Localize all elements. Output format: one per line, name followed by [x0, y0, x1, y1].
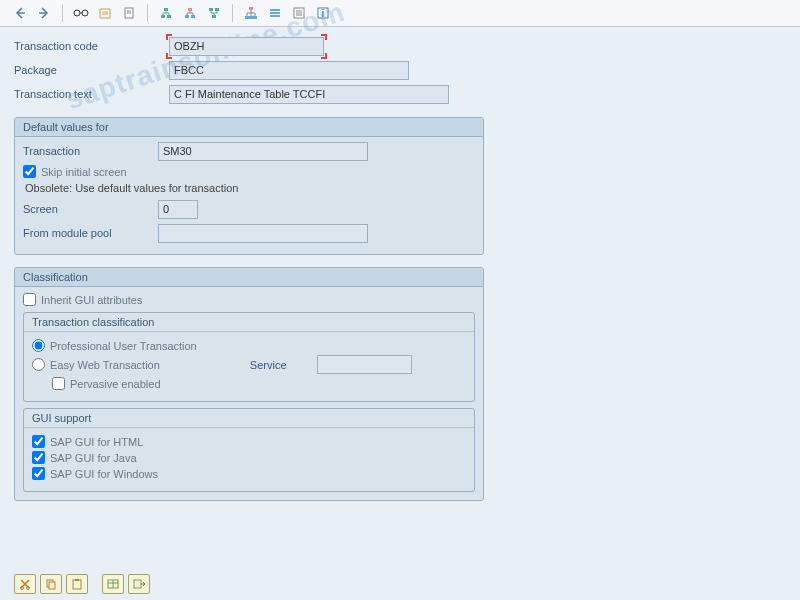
cut-icon[interactable] [14, 574, 36, 594]
gui-java-label: SAP GUI for Java [50, 452, 137, 464]
glasses-icon[interactable] [71, 3, 91, 23]
svg-rect-8 [185, 15, 189, 18]
highlight-corner [321, 34, 327, 40]
service-input[interactable] [317, 355, 412, 374]
transaction-code-input[interactable] [169, 37, 324, 56]
svg-rect-5 [161, 15, 165, 18]
svg-rect-12 [215, 8, 219, 11]
default-values-title: Default values for [15, 118, 483, 137]
screen-label: Screen [23, 203, 158, 215]
back-icon[interactable] [10, 3, 30, 23]
svg-rect-11 [209, 8, 213, 11]
edit-icon[interactable] [95, 3, 115, 23]
transaction-classification-groupbox: Transaction classification Professional … [23, 312, 475, 402]
separator [232, 4, 233, 22]
svg-rect-16 [253, 16, 257, 19]
info-icon[interactable]: i [313, 3, 333, 23]
transaction-code-label: Transaction code [14, 40, 169, 52]
document-icon[interactable] [119, 3, 139, 23]
transaction-text-label: Transaction text [14, 88, 169, 100]
default-values-groupbox: Default values for Transaction Skip init… [14, 117, 484, 255]
tree-icon[interactable] [241, 3, 261, 23]
classification-title: Classification [15, 268, 483, 287]
module-pool-input[interactable] [158, 224, 368, 243]
svg-rect-19 [270, 15, 280, 17]
paste-icon[interactable] [66, 574, 88, 594]
gui-html-checkbox[interactable] [32, 435, 45, 448]
execute-icon[interactable] [128, 574, 150, 594]
svg-rect-26 [49, 582, 55, 589]
obsolete-text: Obsolete: Use default values for transac… [25, 182, 475, 194]
inherit-gui-label: Inherit GUI attributes [41, 294, 143, 306]
easy-web-radio[interactable] [32, 358, 45, 371]
forward-icon[interactable] [34, 3, 54, 23]
default-transaction-input[interactable] [158, 142, 368, 161]
svg-rect-28 [75, 579, 79, 581]
svg-rect-4 [164, 8, 168, 11]
package-input[interactable] [169, 61, 409, 80]
content-area: Transaction code Package Transaction tex… [0, 27, 800, 509]
skip-initial-checkbox[interactable] [23, 165, 36, 178]
spacer [92, 574, 98, 594]
copy-icon[interactable] [40, 574, 62, 594]
separator [62, 4, 63, 22]
gui-windows-label: SAP GUI for Windows [50, 468, 158, 480]
svg-rect-27 [73, 580, 81, 589]
gui-windows-checkbox[interactable] [32, 467, 45, 480]
module-pool-label: From module pool [23, 227, 158, 239]
professional-radio[interactable] [32, 339, 45, 352]
gui-support-groupbox: GUI support SAP GUI for HTML SAP GUI for… [23, 408, 475, 492]
svg-rect-6 [167, 15, 171, 18]
svg-rect-15 [249, 16, 253, 19]
hierarchy-down-icon[interactable] [204, 3, 224, 23]
svg-rect-14 [245, 16, 249, 19]
gui-java-checkbox[interactable] [32, 451, 45, 464]
stack-icon[interactable] [265, 3, 285, 23]
svg-rect-10 [212, 15, 216, 18]
svg-rect-17 [270, 9, 280, 11]
transaction-classification-title: Transaction classification [24, 313, 474, 332]
package-label: Package [14, 64, 169, 76]
svg-rect-9 [191, 15, 195, 18]
list-icon[interactable] [289, 3, 309, 23]
hierarchy-up-icon[interactable] [156, 3, 176, 23]
service-label: Service [250, 359, 287, 371]
svg-point-1 [82, 10, 88, 16]
main-toolbar: i [0, 0, 800, 27]
screen-input[interactable] [158, 200, 198, 219]
separator [147, 4, 148, 22]
svg-text:i: i [322, 8, 325, 19]
highlight-corner [166, 34, 172, 40]
transaction-text-input[interactable] [169, 85, 449, 104]
svg-rect-30 [134, 580, 141, 588]
svg-rect-7 [188, 8, 192, 11]
inherit-gui-checkbox[interactable] [23, 293, 36, 306]
pervasive-checkbox[interactable] [52, 377, 65, 390]
default-transaction-label: Transaction [23, 145, 158, 157]
pervasive-label: Pervasive enabled [70, 378, 161, 390]
gui-support-title: GUI support [24, 409, 474, 428]
bottom-toolbar [14, 574, 150, 594]
professional-label: Professional User Transaction [50, 340, 197, 352]
highlight-corner [166, 53, 172, 59]
svg-point-0 [74, 10, 80, 16]
gui-html-label: SAP GUI for HTML [50, 436, 143, 448]
classification-groupbox: Classification Inherit GUI attributes Tr… [14, 267, 484, 501]
svg-rect-18 [270, 12, 280, 14]
svg-rect-13 [249, 7, 253, 10]
skip-initial-label: Skip initial screen [41, 166, 127, 178]
table-icon[interactable] [102, 574, 124, 594]
highlight-corner [321, 53, 327, 59]
easy-web-label: Easy Web Transaction [50, 359, 160, 371]
hierarchy-icon[interactable] [180, 3, 200, 23]
